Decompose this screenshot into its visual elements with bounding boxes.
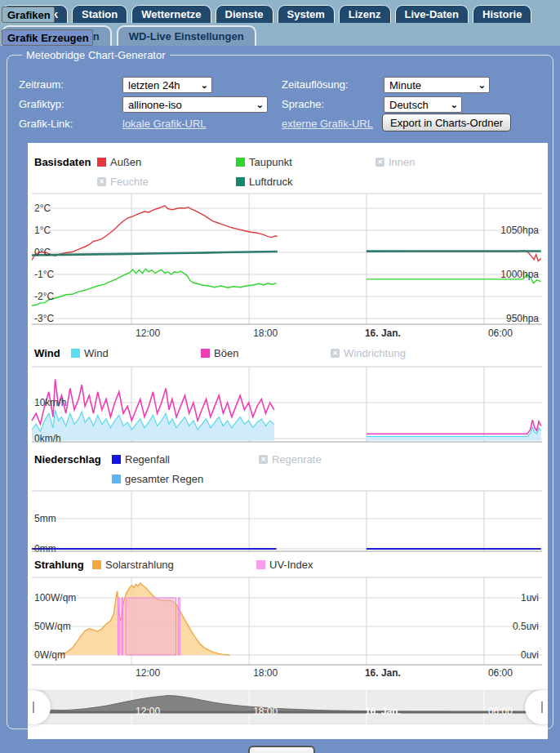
legend-item-solarstrahlung[interactable]: Solarstrahlung bbox=[92, 559, 174, 571]
primary-tab-wetternetze[interactable]: Wetternetze bbox=[131, 5, 211, 23]
zeitraum-select[interactable]: letzten 24h ⌄ bbox=[122, 77, 212, 93]
chevron-down-icon: ⌄ bbox=[256, 100, 264, 110]
series-color-swatch bbox=[236, 158, 245, 167]
svg-text:10km/h: 10km/h bbox=[34, 397, 66, 408]
svg-text:12:00: 12:00 bbox=[136, 706, 160, 717]
svg-text:0mm: 0mm bbox=[34, 543, 56, 555]
lokale-grafik-url-link[interactable]: lokale Grafik-URL bbox=[122, 118, 207, 130]
bottom-cutoff-button[interactable] bbox=[248, 746, 315, 753]
primary-tab-lizenz[interactable]: Lizenz bbox=[339, 5, 391, 23]
disabled-series-icon: ✕ bbox=[331, 349, 340, 358]
svg-text:100W/qm: 100W/qm bbox=[34, 592, 76, 604]
page: NetzwerkStationWetternetzeDiensteSystemL… bbox=[0, 0, 560, 753]
secondary-tab-wd-live-einstellungen[interactable]: WD-Live Einstellungen bbox=[117, 25, 256, 46]
svg-text:0W/qm: 0W/qm bbox=[34, 649, 65, 661]
legend-item-windrichtung[interactable]: ✕Windrichtung bbox=[331, 347, 406, 359]
series-color-swatch bbox=[112, 455, 121, 464]
export-charts-button[interactable]: Export in Charts-Ordner bbox=[382, 114, 511, 131]
legend-item-innen[interactable]: ✕Innen bbox=[376, 156, 416, 168]
chart-plot-niederschlag[interactable]: 5mm0mm bbox=[28, 489, 548, 555]
series-color-swatch bbox=[112, 475, 121, 483]
sprache-select[interactable]: Deutsch ⌄ bbox=[384, 96, 462, 113]
svg-text:06:00: 06:00 bbox=[488, 706, 513, 717]
legend-item-label: Windrichtung bbox=[344, 347, 406, 359]
legend-item-böen[interactable]: Böen bbox=[201, 347, 238, 359]
primary-tab-live-daten[interactable]: Live-Daten bbox=[395, 5, 469, 23]
chevron-down-icon: ⌄ bbox=[478, 80, 486, 91]
svg-text:18:00: 18:00 bbox=[253, 667, 278, 679]
legend-item-luftdruck[interactable]: Luftdruck bbox=[236, 176, 292, 188]
chart-plot-strahlung[interactable]: 100W/qm1uvi50W/qm0.5uvi0W/qm0uvi12:0018:… bbox=[28, 575, 548, 684]
svg-text:1050hpa: 1050hpa bbox=[500, 225, 539, 236]
fieldset-legend: Meteobridge Chart-Generator bbox=[22, 49, 170, 61]
series-color-swatch bbox=[97, 158, 106, 167]
legend-row: gesamter Regen bbox=[28, 473, 548, 485]
legend-item-label: Böen bbox=[214, 347, 238, 359]
content: Meteobridge Chart-Generator Zeitraum: le… bbox=[0, 46, 560, 753]
svg-text:0uvi: 0uvi bbox=[521, 649, 539, 661]
legend-row: StrahlungSolarstrahlungUV-Index bbox=[28, 559, 548, 571]
secondary-tabs: Grafik ErzeugenGrafik DefinierenWD-Live … bbox=[0, 23, 560, 46]
chart-generator-fieldset: Meteobridge Chart-Generator Zeitraum: le… bbox=[7, 49, 553, 729]
legend-item-feuchte[interactable]: ✕Feuchte bbox=[97, 176, 149, 188]
zeitaufloesung-select[interactable]: Minute ⌄ bbox=[384, 77, 490, 93]
svg-text:18:00: 18:00 bbox=[253, 327, 278, 339]
legend-item-label: Luftdruck bbox=[249, 176, 292, 188]
zeitraum-value: letzten 24h bbox=[128, 79, 180, 91]
legend-item-label: gesamter Regen bbox=[125, 473, 203, 485]
svg-text:16. Jan.: 16. Jan. bbox=[365, 667, 401, 679]
disabled-series-icon: ✕ bbox=[376, 158, 384, 167]
chart-title: Strahlung bbox=[34, 559, 84, 571]
svg-text:16. Jan.: 16. Jan. bbox=[365, 706, 401, 717]
chart-plot-basisdaten[interactable]: 2°C1°C1050hpa0°C-1°C1000hpa-2°C-3°C950hp… bbox=[28, 187, 548, 341]
navigator[interactable]: 12:0018:0016. Jan.06:00 bbox=[32, 690, 542, 724]
legend-item-uv-index[interactable]: UV-Index bbox=[256, 559, 313, 571]
svg-text:1°C: 1°C bbox=[34, 225, 51, 236]
primary-tabs: NetzwerkStationWetternetzeDiensteSystemL… bbox=[0, 0, 560, 23]
svg-text:0°C: 0°C bbox=[34, 247, 51, 258]
legend-row: WindWindBöen✕Windrichtung bbox=[28, 347, 548, 359]
chevron-down-icon: ⌄ bbox=[201, 80, 208, 91]
primary-tab-historie[interactable]: Historie bbox=[473, 5, 531, 23]
sprache-value: Deutsch bbox=[389, 99, 429, 111]
primary-tab-grafiken[interactable]: Grafiken bbox=[2, 7, 55, 23]
legend-item-label: Taupunkt bbox=[249, 156, 292, 168]
grafiktyp-label: Grafiktyp: bbox=[19, 98, 64, 110]
legend-item-label: Feuchte bbox=[110, 176, 149, 188]
handle-grip-icon bbox=[541, 702, 543, 713]
svg-text:12:00: 12:00 bbox=[136, 667, 160, 679]
disabled-series-icon: ✕ bbox=[259, 455, 268, 464]
chart-plot-wind[interactable]: 10km/h0km/h bbox=[28, 363, 548, 445]
primary-tab-station[interactable]: Station bbox=[72, 5, 127, 23]
svg-text:2°C: 2°C bbox=[34, 203, 51, 214]
zeitraum-label: Zeitraum: bbox=[19, 78, 64, 91]
svg-text:1uvi: 1uvi bbox=[521, 592, 539, 604]
legend-item-regenrate[interactable]: ✕Regenrate bbox=[259, 453, 322, 466]
legend-item-regenfall[interactable]: Regenfall bbox=[112, 453, 170, 466]
legend-item-label: Wind bbox=[84, 347, 109, 359]
legend-item-label: Solarstrahlung bbox=[105, 559, 174, 571]
series-color-swatch bbox=[256, 560, 265, 569]
series-color-swatch bbox=[92, 560, 101, 569]
legend-row: ✕FeuchteLuftdruck bbox=[28, 176, 548, 188]
secondary-tab-grafik-erzeugen[interactable]: Grafik Erzeugen bbox=[2, 29, 93, 46]
zeitaufloesung-value: Minute bbox=[389, 79, 421, 91]
series-color-swatch bbox=[71, 349, 80, 358]
svg-text:-3°C: -3°C bbox=[34, 313, 54, 324]
legend-item-außen[interactable]: Außen bbox=[97, 156, 141, 168]
grafiktyp-select[interactable]: allinone-iso ⌄ bbox=[122, 96, 268, 113]
chart-title: Wind bbox=[34, 347, 60, 359]
externe-grafik-url-link[interactable]: externe Grafik-URL bbox=[282, 118, 373, 130]
primary-tab-dienste[interactable]: Dienste bbox=[216, 5, 273, 23]
legend-item-wind[interactable]: Wind bbox=[71, 347, 109, 359]
legend-item-label: Innen bbox=[389, 156, 416, 168]
legend-item-gesamter-regen[interactable]: gesamter Regen bbox=[112, 473, 203, 485]
svg-text:06:00: 06:00 bbox=[488, 667, 513, 679]
legend-row: NiederschlagRegenfall✕Regenrate bbox=[28, 453, 548, 466]
legend-item-taupunkt[interactable]: Taupunkt bbox=[236, 156, 292, 168]
legend-item-label: Regenrate bbox=[272, 453, 322, 466]
legend-item-label: Außen bbox=[110, 156, 141, 168]
chart-title: Basisdaten bbox=[34, 156, 91, 168]
primary-tab-system[interactable]: System bbox=[278, 5, 335, 23]
legend-item-label: Regenfall bbox=[125, 453, 170, 466]
